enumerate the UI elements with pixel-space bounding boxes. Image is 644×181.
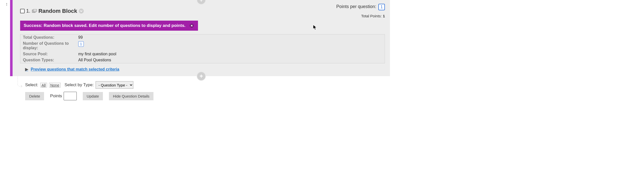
preview-link-text: Preview questions that match selected cr… <box>31 67 119 72</box>
success-prefix: Success: <box>24 23 43 28</box>
question-types-label: Question Types: <box>23 58 78 62</box>
random-block-icon <box>32 9 37 13</box>
points-input[interactable] <box>64 92 77 100</box>
source-pool-value: my first question pool <box>78 52 116 56</box>
points-per-question-input[interactable]: 1 <box>378 4 385 10</box>
flow-arrow-icon <box>17 77 24 89</box>
question-type-select[interactable]: - Question Type - <box>96 81 133 89</box>
success-banner: Success: Random block saved. Edit number… <box>20 21 198 31</box>
info-row-num-display: Number of Questions to display: 1 <box>20 40 385 51</box>
total-points-label: Total Points: <box>361 14 382 18</box>
delete-button[interactable]: Delete <box>25 92 44 100</box>
hide-question-details-button[interactable]: Hide Question Details <box>109 92 153 100</box>
block-info-table: Total Questions: 99 Number of Questions … <box>20 34 385 63</box>
points-per-question-label: Points per question: <box>336 4 376 9</box>
total-points-row: Total Points: 1 <box>336 14 385 18</box>
total-questions-label: Total Questions: <box>23 35 78 40</box>
select-by-type-label: Select by Type: <box>65 82 94 87</box>
source-pool-label: Source Pool: <box>23 52 78 56</box>
select-all-link[interactable]: All <box>40 83 47 87</box>
close-icon[interactable] <box>189 23 194 28</box>
info-row-question-types: Question Types: All Pool Questions <box>20 57 385 63</box>
random-block-card: ↕ 1. Random Block Points per question: 1… <box>10 0 390 76</box>
select-none-link[interactable]: None <box>49 83 61 87</box>
select-label: Select: <box>25 82 38 87</box>
block-number: 1. <box>26 8 30 14</box>
num-display-label: Number of Questions to display: <box>23 41 78 50</box>
drag-handle-icon[interactable]: ↕ <box>6 2 8 7</box>
points-label: Points <box>50 94 62 99</box>
success-wrapper: Success: Random block saved. Edit number… <box>20 21 385 34</box>
question-types-value: All Pool Questions <box>78 58 111 62</box>
preview-questions-link[interactable]: ▶ Preview questions that match selected … <box>25 67 119 72</box>
success-message: Random block saved. Edit number of quest… <box>44 23 185 28</box>
info-row-source-pool: Source Pool: my first question pool <box>20 51 385 57</box>
svg-rect-1 <box>33 9 37 12</box>
expand-triangle-icon: ▶ <box>25 67 28 72</box>
bulk-actions-area: Select: All None Select by Type: - Quest… <box>10 76 390 100</box>
block-header: 1. Random Block Points per question: 1 T… <box>20 3 385 21</box>
total-points-value: 1 <box>383 14 385 18</box>
info-row-total-questions: Total Questions: 99 <box>20 34 385 40</box>
block-title: Random Block <box>38 8 77 14</box>
total-questions-value: 99 <box>78 35 83 40</box>
select-block-checkbox[interactable] <box>20 9 25 13</box>
num-display-input[interactable]: 1 <box>78 41 84 47</box>
block-menu-chevron-icon[interactable] <box>79 9 84 14</box>
update-button[interactable]: Update <box>83 92 103 100</box>
